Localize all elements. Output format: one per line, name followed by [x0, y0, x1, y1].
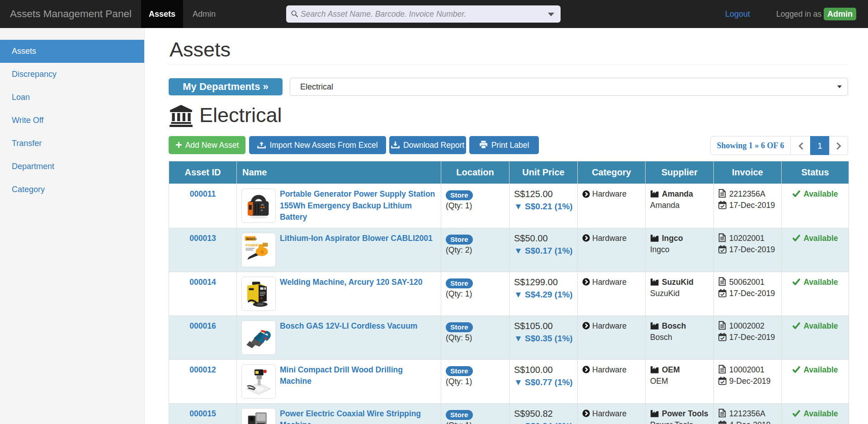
svg-text:POWER: POWER	[245, 243, 258, 247]
svg-text:INGCO: INGCO	[246, 237, 257, 240]
